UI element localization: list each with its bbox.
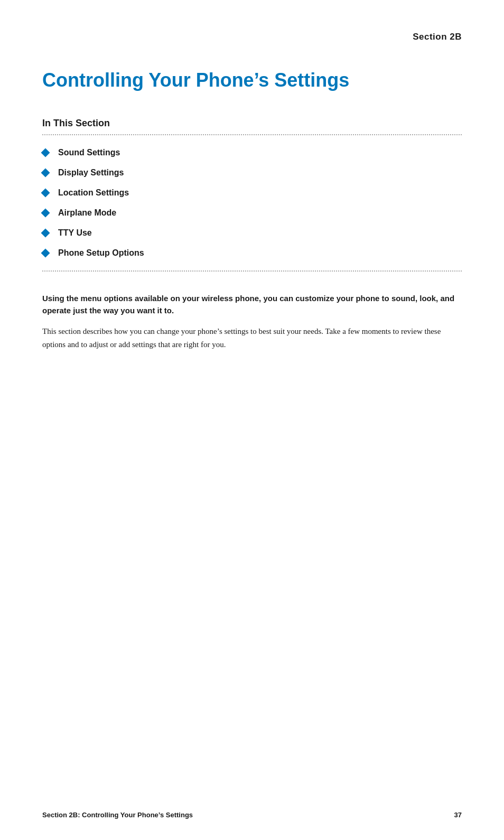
diamond-icon xyxy=(41,169,50,178)
intro-bold-text: Using the menu options available on your… xyxy=(42,293,462,316)
page-container: Section 2B Controlling Your Phone’s Sett… xyxy=(0,0,504,840)
toc-item-label: Location Settings xyxy=(58,188,129,198)
toc-item-label: TTY Use xyxy=(58,228,92,238)
top-divider xyxy=(42,134,462,135)
toc-item-tty: TTY Use xyxy=(42,228,462,238)
in-this-section-heading: In This Section xyxy=(42,118,462,129)
toc-item-label: Airplane Mode xyxy=(58,208,116,218)
toc-item-location: Location Settings xyxy=(42,188,462,198)
bottom-divider xyxy=(42,270,462,272)
toc-item-display: Display Settings xyxy=(42,168,462,178)
page-footer: Section 2B: Controlling Your Phone’s Set… xyxy=(42,811,462,819)
page-title: Controlling Your Phone’s Settings xyxy=(42,69,462,91)
diamond-icon xyxy=(41,209,50,218)
toc-item-label: Display Settings xyxy=(58,168,124,178)
toc-item-airplane: Airplane Mode xyxy=(42,208,462,218)
toc-list: Sound Settings Display Settings Location… xyxy=(42,148,462,258)
section-label: Section 2B xyxy=(42,32,462,42)
diamond-icon xyxy=(41,148,50,157)
toc-item-setup: Phone Setup Options xyxy=(42,248,462,258)
footer-right: 37 xyxy=(454,811,462,819)
diamond-icon xyxy=(41,229,50,238)
toc-item-sound: Sound Settings xyxy=(42,148,462,157)
intro-text: This section describes how you can chang… xyxy=(42,325,462,351)
footer-left: Section 2B: Controlling Your Phone’s Set… xyxy=(42,811,193,819)
diamond-icon xyxy=(41,189,50,198)
diamond-icon xyxy=(41,249,50,258)
toc-item-label: Phone Setup Options xyxy=(58,248,144,258)
toc-item-label: Sound Settings xyxy=(58,148,120,157)
